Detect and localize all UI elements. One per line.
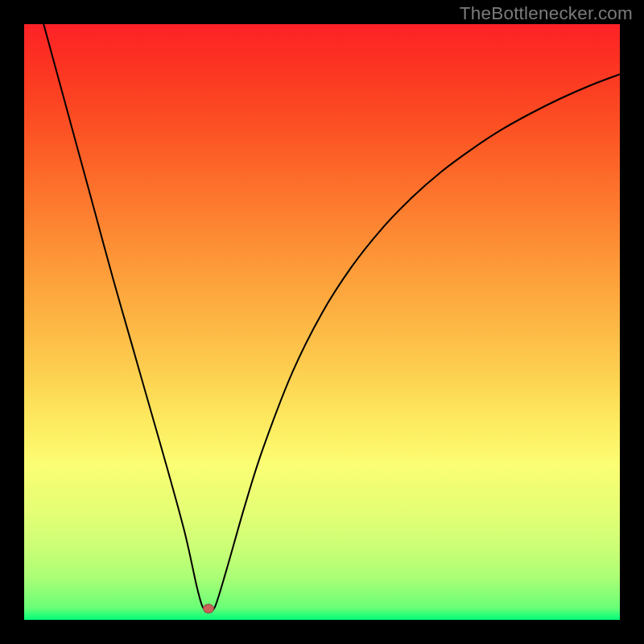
line-series bbox=[24, 24, 620, 620]
watermark-label: TheBottlenecker.com bbox=[460, 3, 633, 24]
plot-area bbox=[24, 24, 620, 620]
min-marker bbox=[203, 604, 214, 613]
chart-frame: TheBottlenecker.com bbox=[0, 0, 644, 644]
